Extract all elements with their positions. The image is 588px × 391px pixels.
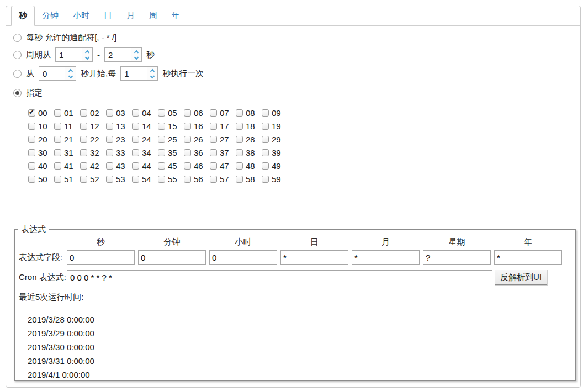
checkbox-01[interactable] [54,109,61,117]
second-cell-27[interactable]: 27 [210,135,236,144]
spin-up-icon[interactable] [82,48,92,55]
second-cell-18[interactable]: 18 [236,121,262,131]
checkbox-56[interactable] [184,176,191,183]
checkbox-47[interactable] [210,162,217,170]
checkbox-13[interactable] [106,123,113,130]
second-cell-10[interactable]: 10 [28,121,54,131]
second-cell-57[interactable]: 57 [210,175,236,184]
checkbox-15[interactable] [158,123,165,130]
second-cell-34[interactable]: 34 [132,148,158,157]
checkbox-32[interactable] [80,149,87,156]
expression-field-input-4[interactable] [352,250,420,265]
checkbox-48[interactable] [236,162,243,170]
checkbox-26[interactable] [184,136,191,143]
second-cell-38[interactable]: 38 [236,148,262,157]
checkbox-58[interactable] [236,176,243,183]
second-cell-50[interactable]: 50 [28,175,54,184]
tab-hours[interactable]: 小时 [66,6,97,25]
second-cell-23[interactable]: 23 [106,135,132,144]
checkbox-52[interactable] [80,176,87,183]
checkbox-38[interactable] [236,149,243,156]
expression-field-input-5[interactable] [423,250,491,265]
second-cell-22[interactable]: 22 [80,135,106,144]
second-cell-16[interactable]: 16 [184,121,210,131]
expression-field-input-6[interactable] [494,250,562,265]
checkbox-55[interactable] [158,176,165,183]
checkbox-25[interactable] [158,136,165,143]
spin-up-icon[interactable] [65,67,76,73]
checkbox-49[interactable] [262,162,269,170]
second-cell-58[interactable]: 58 [236,175,262,184]
tab-minutes[interactable]: 分钟 [35,6,66,25]
range-to-input[interactable] [105,48,131,61]
spin-down-icon[interactable] [65,73,76,80]
second-cell-11[interactable]: 11 [54,121,80,131]
second-cell-49[interactable]: 49 [262,161,288,171]
second-cell-09[interactable]: 09 [262,108,288,118]
checkbox-46[interactable] [184,162,191,170]
second-cell-08[interactable]: 08 [236,108,262,118]
tab-month[interactable]: 月 [119,6,142,25]
checkbox-12[interactable] [80,123,87,130]
reverse-parse-button[interactable]: 反解析到UI [495,270,547,285]
second-cell-59[interactable]: 59 [262,175,288,184]
checkbox-39[interactable] [262,149,269,156]
second-cell-55[interactable]: 55 [158,175,184,184]
checkbox-16[interactable] [184,123,191,130]
checkbox-53[interactable] [106,176,113,183]
second-cell-13[interactable]: 13 [106,121,132,131]
checkbox-57[interactable] [210,176,217,183]
checkbox-37[interactable] [210,149,217,156]
checkbox-28[interactable] [236,136,243,143]
radio-specify[interactable] [13,89,22,97]
second-cell-02[interactable]: 02 [80,108,106,118]
checkbox-11[interactable] [54,123,61,130]
radio-cycle-range[interactable] [13,51,22,59]
expression-field-input-3[interactable] [280,250,348,265]
tab-year[interactable]: 年 [165,6,187,25]
second-cell-03[interactable]: 03 [106,108,132,118]
spin-down-icon[interactable] [147,73,157,80]
second-cell-31[interactable]: 31 [54,148,80,157]
second-cell-26[interactable]: 26 [184,135,210,144]
expression-field-input-0[interactable] [67,250,135,265]
second-cell-32[interactable]: 32 [80,148,106,157]
second-cell-01[interactable]: 01 [54,108,80,118]
second-cell-33[interactable]: 33 [106,148,132,157]
checkbox-33[interactable] [106,149,113,156]
checkbox-03[interactable] [106,109,113,117]
second-cell-54[interactable]: 54 [132,175,158,184]
checkbox-51[interactable] [54,176,61,183]
checkbox-14[interactable] [132,123,139,130]
second-cell-29[interactable]: 29 [262,135,288,144]
radio-every-second[interactable] [13,34,22,42]
second-cell-41[interactable]: 41 [54,161,80,171]
radio-start-interval[interactable] [13,70,22,78]
second-cell-35[interactable]: 35 [158,148,184,157]
spin-up-icon[interactable] [131,48,141,55]
second-cell-30[interactable]: 30 [28,148,54,157]
second-cell-52[interactable]: 52 [80,175,106,184]
interval-start-input[interactable] [39,67,65,80]
checkbox-54[interactable] [132,176,139,183]
checkbox-50[interactable] [28,176,35,183]
expression-field-input-1[interactable] [138,250,206,265]
second-cell-28[interactable]: 28 [236,135,262,144]
second-cell-12[interactable]: 12 [80,121,106,131]
checkbox-45[interactable] [158,162,165,170]
checkbox-06[interactable] [184,109,191,117]
checkbox-18[interactable] [236,123,243,130]
second-cell-37[interactable]: 37 [210,148,236,157]
second-cell-46[interactable]: 46 [184,161,210,171]
checkbox-19[interactable] [262,123,269,130]
second-cell-06[interactable]: 06 [184,108,210,118]
second-cell-42[interactable]: 42 [80,161,106,171]
second-cell-24[interactable]: 24 [132,135,158,144]
second-cell-05[interactable]: 05 [158,108,184,118]
checkbox-43[interactable] [106,162,113,170]
checkbox-00[interactable] [28,109,35,117]
range-from-input[interactable] [56,48,82,61]
checkbox-24[interactable] [132,136,139,143]
checkbox-07[interactable] [210,109,217,117]
second-cell-40[interactable]: 40 [28,161,54,171]
